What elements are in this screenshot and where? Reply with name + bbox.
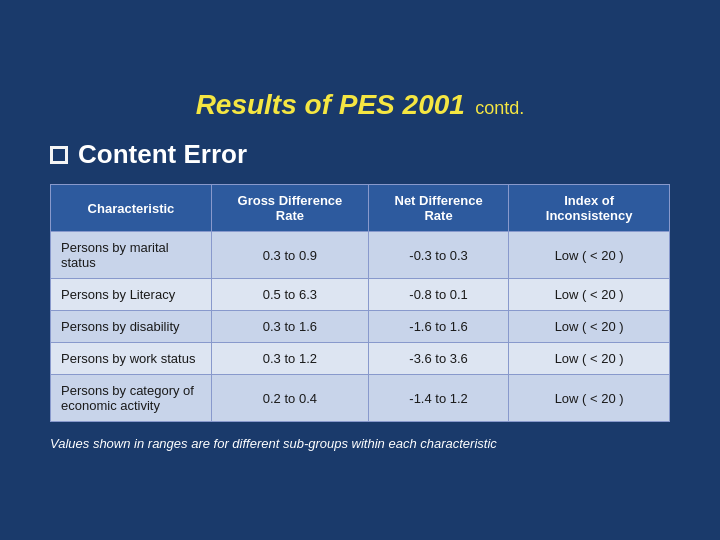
cell-net: -3.6 to 3.6 [368, 343, 508, 375]
table-row: Persons by disability0.3 to 1.6-1.6 to 1… [51, 311, 670, 343]
cell-net: -1.4 to 1.2 [368, 375, 508, 422]
cell-characteristic: Persons by work status [51, 343, 212, 375]
table-header-row: Characteristic Gross Difference Rate Net… [51, 185, 670, 232]
cell-characteristic: Persons by category of economic activity [51, 375, 212, 422]
table-row: Persons by category of economic activity… [51, 375, 670, 422]
section-label: Content Error [78, 139, 247, 170]
cell-characteristic: Persons by marital status [51, 232, 212, 279]
slide: Results of PES 2001 contd. Content Error… [20, 69, 700, 471]
cell-gross: 0.5 to 6.3 [211, 279, 368, 311]
cell-index: Low ( < 20 ) [509, 375, 670, 422]
table-row: Persons by work status0.3 to 1.2-3.6 to … [51, 343, 670, 375]
cell-characteristic: Persons by Literacy [51, 279, 212, 311]
header-net: Net Difference Rate [368, 185, 508, 232]
cell-net: -0.3 to 0.3 [368, 232, 508, 279]
title-main: Results of PES 2001 [196, 89, 465, 120]
cell-gross: 0.3 to 1.6 [211, 311, 368, 343]
cell-gross: 0.3 to 1.2 [211, 343, 368, 375]
header-characteristic: Characteristic [51, 185, 212, 232]
header-gross: Gross Difference Rate [211, 185, 368, 232]
cell-index: Low ( < 20 ) [509, 279, 670, 311]
footnote: Values shown in ranges are for different… [50, 436, 670, 451]
table-row: Persons by Literacy0.5 to 6.3-0.8 to 0.1… [51, 279, 670, 311]
table-row: Persons by marital status0.3 to 0.9-0.3 … [51, 232, 670, 279]
title-sub: contd. [475, 98, 524, 118]
cell-gross: 0.3 to 0.9 [211, 232, 368, 279]
cell-net: -1.6 to 1.6 [368, 311, 508, 343]
data-table: Characteristic Gross Difference Rate Net… [50, 184, 670, 422]
cell-index: Low ( < 20 ) [509, 232, 670, 279]
cell-gross: 0.2 to 0.4 [211, 375, 368, 422]
cell-net: -0.8 to 0.1 [368, 279, 508, 311]
header-index: Index of Inconsistency [509, 185, 670, 232]
cell-index: Low ( < 20 ) [509, 343, 670, 375]
cell-index: Low ( < 20 ) [509, 311, 670, 343]
title-row: Results of PES 2001 contd. [50, 89, 670, 121]
section-heading: Content Error [50, 139, 670, 170]
cell-characteristic: Persons by disability [51, 311, 212, 343]
bullet-icon [50, 146, 68, 164]
